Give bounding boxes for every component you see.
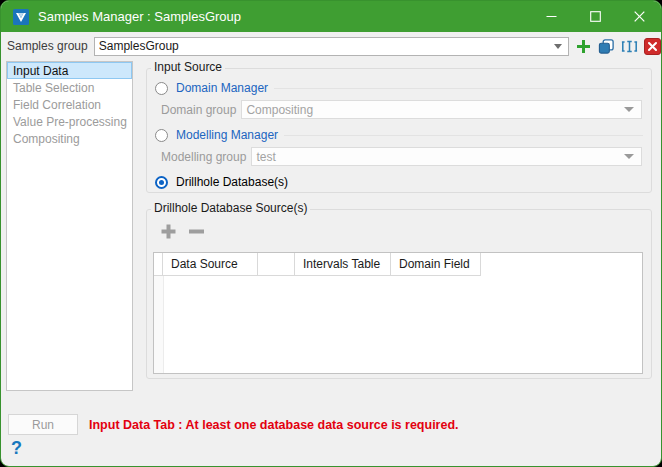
domain-group-value: Compositing: [242, 103, 624, 117]
modelling-group-label: Modelling group: [161, 150, 246, 164]
data-sources-table[interactable]: Data Source Intervals Table Domain Field: [153, 252, 643, 374]
minimize-button[interactable]: [529, 1, 573, 32]
modelling-group-dropdown[interactable]: test: [251, 147, 642, 166]
titlebar: Samples Manager : SamplesGroup: [1, 1, 661, 32]
add-source-button[interactable]: [159, 222, 178, 240]
rename-group-button[interactable]: [621, 38, 638, 55]
samples-group-combobox[interactable]: [94, 37, 569, 56]
help-button[interactable]: ?: [11, 438, 22, 459]
sidebar-item-value-pre-processing[interactable]: Value Pre-processing: [7, 113, 132, 130]
sidebar-item-compositing[interactable]: Compositing: [7, 130, 132, 147]
modelling-group-value: test: [252, 150, 624, 164]
modelling-manager-label[interactable]: Modelling Manager: [176, 128, 278, 142]
modelling-manager-radio[interactable]: [155, 129, 168, 142]
steps-list: Input Data Table Selection Field Correla…: [6, 61, 133, 391]
table-body-empty[interactable]: [154, 276, 642, 373]
samples-manager-window: Samples Manager : SamplesGroup Samples g…: [0, 0, 662, 467]
drillhole-databases-label[interactable]: Drillhole Database(s): [176, 175, 288, 189]
section-divider: [274, 88, 643, 89]
sidebar-item-field-correlation[interactable]: Field Correlation: [7, 96, 132, 113]
input-source-title: Input Source: [151, 60, 225, 74]
column-header-intervals-table[interactable]: Intervals Table: [295, 253, 391, 276]
delete-group-button[interactable]: [644, 38, 661, 55]
chevron-down-icon: [624, 107, 634, 112]
remove-source-button[interactable]: [188, 222, 205, 240]
maximize-button[interactable]: [573, 1, 617, 32]
sidebar-item-table-selection[interactable]: Table Selection: [7, 79, 132, 96]
drillhole-databases-radio[interactable]: [155, 176, 168, 189]
run-button[interactable]: Run: [8, 414, 78, 435]
input-source-groupbox: Input Source Domain Manager Domain group…: [146, 68, 652, 193]
row-gutter: [154, 276, 164, 373]
chevron-down-icon: [624, 154, 634, 159]
domain-group-label: Domain group: [161, 103, 236, 117]
column-header-browse[interactable]: [258, 253, 295, 276]
drillhole-sources-title: Drillhole Database Source(s): [151, 201, 310, 215]
close-button[interactable]: [617, 1, 661, 32]
table-header-row: Data Source Intervals Table Domain Field: [154, 253, 642, 276]
samples-group-label: Samples group: [7, 39, 88, 53]
domain-group-dropdown[interactable]: Compositing: [241, 100, 642, 119]
column-header-domain-field[interactable]: Domain Field: [391, 253, 481, 276]
app-logo-icon: [13, 9, 29, 25]
samples-group-toolbar: Samples group: [1, 32, 661, 60]
add-group-button[interactable]: [575, 38, 592, 55]
validation-message: Input Data Tab : At least one database d…: [89, 418, 459, 432]
copy-group-button[interactable]: [598, 38, 615, 55]
row-selector-header: [154, 253, 163, 276]
sidebar-item-input-data[interactable]: Input Data: [7, 62, 132, 79]
section-divider: [284, 135, 643, 136]
samples-group-input[interactable]: [95, 39, 554, 53]
domain-manager-label[interactable]: Domain Manager: [176, 81, 268, 95]
window-title: Samples Manager : SamplesGroup: [38, 9, 529, 24]
domain-manager-radio[interactable]: [155, 82, 168, 95]
drillhole-sources-groupbox: Drillhole Database Source(s) Data Source…: [146, 209, 652, 379]
column-header-data-source[interactable]: Data Source: [163, 253, 258, 276]
chevron-down-icon[interactable]: [554, 44, 562, 49]
